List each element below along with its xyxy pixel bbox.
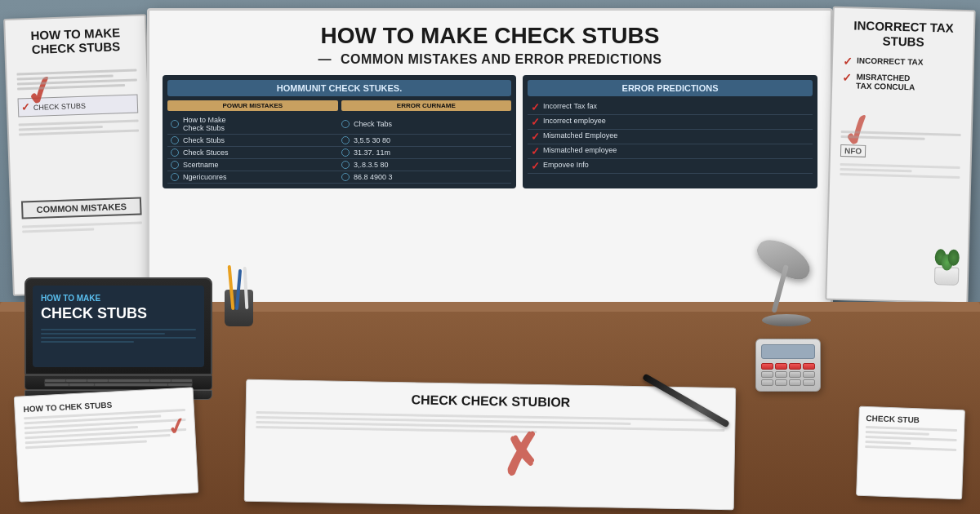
circle-icon-7 <box>171 161 179 169</box>
table-row: Check Stubs 3,5.5 30 80 <box>167 135 511 147</box>
laptop-lid: HOW TO MAKE CHECK STUBS <box>24 277 212 375</box>
calc-buttons <box>761 363 815 386</box>
right-check-2: ✓ <box>842 72 852 83</box>
laptop-display: HOW TO MAKE CHECK STUBS <box>33 286 204 367</box>
paper-lines <box>24 409 187 449</box>
laptop-display-title: HOW TO MAKE <box>41 294 196 303</box>
poster-left-title: HOW TO MAKE CHECK STUBS <box>16 26 136 57</box>
table-row: How to MakeCheck Stubs Check Tabs <box>167 114 511 135</box>
calc-btn <box>803 379 815 386</box>
calc-screen <box>761 344 815 359</box>
error-check-5: ✓ <box>531 161 540 171</box>
poster-main-columns: HOMMUNIT CHECK STUKES. POWUR MISTAKES ER… <box>163 75 817 188</box>
circle-icon <box>171 120 179 128</box>
poster-main: HOW TO MAKE CHECK STUBS — COMMON MISTAKE… <box>147 8 833 326</box>
circle-icon-5 <box>171 148 179 157</box>
paper-bottom-right: CHECK STUB <box>856 406 965 499</box>
error-check-1: ✓ <box>531 102 540 113</box>
calc-btn <box>775 371 787 378</box>
pencil-cup <box>225 290 253 326</box>
error-check-2: ✓ <box>531 117 540 127</box>
paper-bottom-right-title: CHECK STUB <box>866 414 957 426</box>
circle-icon-6 <box>341 148 350 157</box>
poster-main-subtitle: — COMMON MISTAKES AND ERROR PREDICTIONS <box>163 52 817 67</box>
calc-btn <box>789 379 801 386</box>
calc-btn <box>789 371 801 378</box>
table-row: Ngericuonres 86.8 4900 3 <box>167 171 511 184</box>
calc-btn <box>803 363 815 370</box>
poster-col-left: HOMMUNIT CHECK STUKES. POWUR MISTAKES ER… <box>163 75 516 188</box>
poster-left-section: COMMON MISTAKES <box>21 197 142 219</box>
poster-right-title: INCORRECT TAX STUBS <box>843 18 964 51</box>
circle-icon-2 <box>341 120 350 128</box>
red-x-paper: ✗ <box>495 426 546 485</box>
poster-right: INCORRECT TAX STUBS ✓ INCORRECT TAX ✓ MI… <box>825 7 975 304</box>
error-row: ✓ Mismatched employee <box>528 144 813 159</box>
left-col-header: HOMMUNIT CHECK STUKES. <box>167 80 511 96</box>
calc-btn <box>761 363 773 370</box>
error-row: ✓ Empovee Info <box>528 159 813 174</box>
circle-icon-9 <box>171 173 179 181</box>
laptop-display-subtitle: CHECK STUBS <box>41 306 196 322</box>
paper-bottom-left: HOW TO CHEK STUBS ✓ <box>14 387 199 502</box>
right-col-header: ERROR PREDICTIONS <box>528 80 813 96</box>
calc-btn <box>775 379 787 386</box>
error-row: ✓ Incorrect employee <box>528 115 813 130</box>
table-row: Check Stuces 31.37. 11m <box>167 147 511 159</box>
right-checklist: ✓ INCORRECT TAX ✓ MISRATCHEDTAX CONCULA <box>842 55 963 93</box>
table-row: Scertname 3,.8.3.5 80 <box>167 159 511 171</box>
circle-icon-8 <box>341 161 350 169</box>
scene: HOW TO MAKE CHECK STUBS ✓ ✓ CHECK STUBS … <box>0 0 980 514</box>
circle-icon-4 <box>341 136 350 144</box>
poster-col-right: ERROR PREDICTIONS ✓ Incorrect Tax fax ✓ … <box>523 75 817 188</box>
paper-lines-center <box>256 411 724 436</box>
calc-btn <box>789 363 801 370</box>
error-check-3: ✓ <box>531 131 540 142</box>
circle-icon-3 <box>171 136 179 144</box>
calc-btn <box>761 371 773 378</box>
error-row: ✓ Incorrect Tax fax <box>528 100 813 115</box>
error-row: ✓ Mismatched Employee <box>528 130 813 144</box>
right-checklist-item: ✓ INCORRECT TAX <box>843 55 963 70</box>
cup-body <box>225 290 253 326</box>
poster-main-title: HOW TO MAKE CHECK STUBS <box>163 24 817 49</box>
lamp-base <box>762 314 811 326</box>
calc-btn <box>803 371 815 378</box>
col-header-errors: ERROR CURNAME <box>341 100 512 111</box>
laptop: HOW TO MAKE CHECK STUBS <box>24 277 212 400</box>
poster-left: HOW TO MAKE CHECK STUBS ✓ ✓ CHECK STUBS … <box>3 14 156 296</box>
paper-bottom-center-title: CHECK CHECK STUBIOR <box>256 390 725 413</box>
right-checklist-item: ✓ MISRATCHEDTAX CONCULA <box>842 72 963 93</box>
lamp <box>755 245 817 326</box>
calc-btn <box>775 363 787 370</box>
calculator <box>755 339 821 392</box>
calc-body <box>755 339 821 392</box>
error-check-4: ✓ <box>531 146 540 157</box>
paper-lines-right <box>865 426 957 451</box>
right-check-1: ✓ <box>843 55 853 67</box>
col-header-mistakes: POWUR MISTAKES <box>167 100 338 111</box>
calc-btn <box>761 379 773 386</box>
paper-bottom-center: CHECK CHECK STUBIOR ✗ <box>244 379 737 510</box>
circle-icon-10 <box>341 173 350 181</box>
